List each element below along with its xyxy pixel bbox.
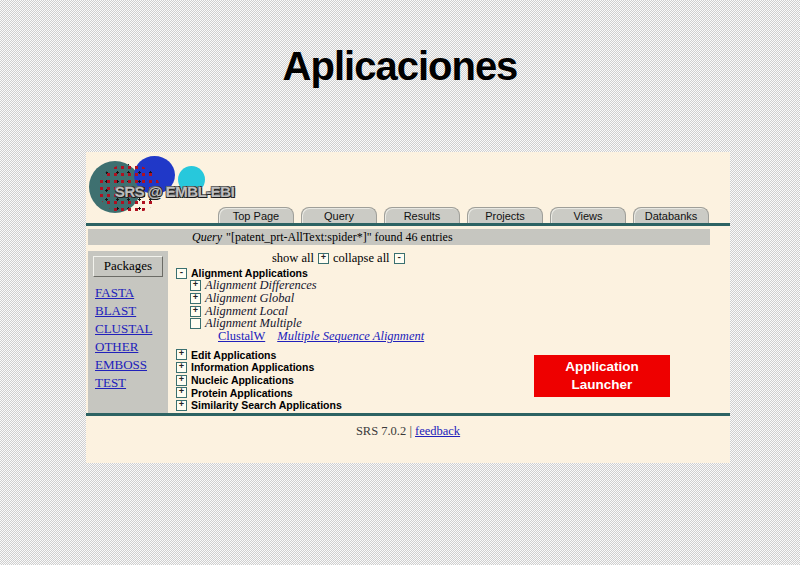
tree-rows: -Alignment Applications+Alignment Differ… [176, 267, 521, 412]
application-launcher-callout: Application Launcher [534, 355, 670, 397]
tree-app-link-multiple-sequence-alignment[interactable]: Multiple Sequence Alignment [277, 329, 424, 344]
package-link-blast[interactable]: BLAST [95, 303, 168, 318]
srs-embl-ebi-logo: SRS @ EMBL-EBI [86, 152, 221, 214]
slide-title: Aplicaciones [0, 44, 800, 89]
tree-app-link-clustalw[interactable]: ClustalW [218, 329, 265, 344]
packages-links: FASTABLASTCLUSTALOTHEREMBOSSTEST [88, 285, 168, 390]
expand-icon[interactable]: + [190, 293, 201, 304]
tab-results[interactable]: Results [384, 207, 460, 223]
tree-row: +Similarity Search Applications [176, 399, 521, 412]
footer-divider [86, 413, 730, 416]
expand-icon[interactable]: + [176, 387, 187, 398]
nav-tabs: Top PageQueryResultsProjectsViewsDataban… [218, 207, 709, 223]
tree-row: +Edit Applications [176, 349, 521, 362]
query-result-text: "[patent_prt-AllText:spider*]" found 46 … [226, 230, 453, 245]
launcher-line1: Application [565, 358, 639, 376]
package-link-test[interactable]: TEST [95, 375, 168, 390]
tree-label: Information Applications [191, 361, 314, 373]
tree-label: Similarity Search Applications [191, 399, 342, 411]
tab-views[interactable]: Views [550, 207, 626, 223]
tree-row: +Protein Applications [176, 386, 521, 399]
show-all-expand-icon[interactable]: + [318, 253, 329, 264]
tab-query[interactable]: Query [301, 207, 377, 223]
package-link-clustal[interactable]: CLUSTAL [95, 321, 168, 336]
version-text: SRS 7.0.2 [356, 424, 406, 438]
tab-projects[interactable]: Projects [467, 207, 543, 223]
empty-node-icon[interactable] [190, 318, 201, 329]
tab-databanks[interactable]: Databanks [633, 207, 709, 223]
tree-label: Nucleic Applications [191, 374, 294, 386]
slide: Aplicaciones SRS @ EMBL-EBI Top PageQuer… [0, 0, 800, 565]
package-link-other[interactable]: OTHER [95, 339, 168, 354]
footer-separator: | [409, 424, 412, 438]
tree-label: Edit Applications [191, 349, 276, 361]
expand-icon[interactable]: + [176, 400, 187, 411]
show-all-link[interactable]: show all [272, 251, 314, 266]
package-link-emboss[interactable]: EMBOSS [95, 357, 168, 372]
browser-screenshot: SRS @ EMBL-EBI Top PageQueryResultsProje… [86, 152, 730, 463]
query-status-bar: Query "[patent_prt-AllText:spider*]" fou… [88, 229, 710, 245]
tree-row: +Information Applications [176, 361, 521, 374]
expand-icon[interactable]: + [176, 375, 187, 386]
collapse-all-link[interactable]: collapse all [333, 251, 390, 266]
tree-row: ClustalWMultiple Sequence Alignment [176, 330, 521, 343]
tab-top-page[interactable]: Top Page [218, 207, 294, 223]
package-link-fasta[interactable]: FASTA [95, 285, 168, 300]
tree-controls: show all + collapse all - [272, 251, 521, 265]
expand-icon[interactable]: + [190, 280, 201, 291]
packages-sidebar: Packages FASTABLASTCLUSTALOTHEREMBOSSTES… [88, 251, 168, 415]
expand-icon[interactable]: + [176, 362, 187, 373]
query-label: Query [192, 230, 222, 245]
tree-row: +Nucleic Applications [176, 374, 521, 387]
app-tree: show all + collapse all - -Alignment App… [176, 251, 521, 412]
header-divider [86, 223, 730, 226]
tree-label: Protein Applications [191, 387, 293, 399]
launcher-line2: Launcher [572, 376, 633, 394]
collapse-icon[interactable]: - [176, 268, 187, 279]
expand-icon[interactable]: + [176, 349, 187, 360]
feedback-link[interactable]: feedback [415, 424, 460, 438]
packages-header: Packages [93, 256, 163, 277]
page-footer: SRS 7.0.2 | feedback [86, 424, 730, 439]
logo-text: SRS @ EMBL-EBI [115, 183, 234, 200]
collapse-all-icon[interactable]: - [394, 253, 405, 264]
expand-icon[interactable]: + [190, 306, 201, 317]
